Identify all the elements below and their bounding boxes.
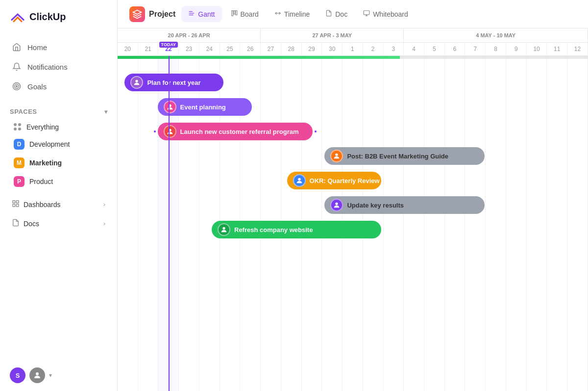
home-icon	[12, 42, 22, 52]
development-label: Development	[29, 140, 70, 148]
marketing-label: Marketing	[29, 159, 62, 167]
svg-point-24	[222, 227, 225, 230]
bar-label-3: Post: B2B Event Marketing Guide	[347, 153, 448, 160]
gantt-bar-1[interactable]: Event planning	[158, 98, 252, 116]
week-1-label: 20 APR - 26 APR	[168, 32, 210, 38]
sidebar-item-home[interactable]: Home	[6, 37, 111, 57]
product-label: Product	[29, 178, 53, 185]
date-header: 20 APR - 26 APR 27 APR - 3 MAY 4 MAY - 1…	[118, 28, 588, 56]
day-cell-21: 21	[138, 43, 159, 55]
development-badge-letter: D	[17, 141, 22, 148]
day-cell-9: 9	[506, 43, 527, 55]
everything-label: Everything	[26, 123, 59, 131]
main-content: Project Gantt Board Timeline Doc	[118, 0, 588, 391]
sidebar-item-notifications-label: Notifications	[27, 63, 68, 71]
sidebar-item-home-label: Home	[27, 43, 47, 52]
user-avatar-s[interactable]: S	[10, 367, 25, 383]
bar-label-5: Update key results	[347, 202, 404, 209]
bar-avatar-6	[218, 223, 230, 236]
sidebar-item-everything[interactable]: Everything	[4, 119, 113, 135]
tab-whiteboard[interactable]: Whiteboard	[356, 6, 415, 22]
week-2-label: 27 APR - 3 MAY	[313, 32, 352, 38]
gantt-bar-5[interactable]: Update key results	[324, 196, 484, 214]
user-avatar-2[interactable]	[29, 367, 45, 383]
gantt-chart: 20 APR - 26 APR 27 APR - 3 MAY 4 MAY - 1…	[118, 28, 588, 391]
product-badge-letter: P	[17, 178, 21, 185]
day-cell-5: 5	[424, 43, 445, 55]
bar-label-2: Launch new customer referral program	[180, 128, 299, 135]
day-cell-20: 20	[118, 43, 138, 55]
day-cell-2: 2	[363, 43, 384, 55]
board-icon	[231, 10, 238, 18]
gantt-bar-0[interactable]: Plan for next year	[124, 74, 223, 91]
dashboards-icon	[12, 200, 20, 209]
tab-doc[interactable]: Doc	[318, 6, 354, 22]
day-cell-27: 27	[261, 43, 281, 55]
svg-rect-6	[16, 204, 19, 207]
project-header: Project	[129, 6, 175, 22]
bell-icon	[12, 62, 22, 72]
gantt-bar-3[interactable]: Post: B2B Event Marketing Guide	[324, 147, 484, 165]
sidebar-item-goals[interactable]: Goals	[6, 77, 111, 96]
sidebar-item-dashboards[interactable]: Dashboards ›	[6, 195, 111, 214]
day-cell-3: 3	[384, 43, 404, 55]
svg-rect-3	[13, 201, 15, 203]
spaces-header: Spaces ▾	[0, 100, 117, 119]
sidebar-item-goals-label: Goals	[27, 82, 47, 91]
tab-gantt[interactable]: Gantt	[181, 6, 221, 22]
svg-rect-11	[231, 11, 233, 16]
day-cell-7: 7	[465, 43, 486, 55]
docs-icon	[12, 219, 20, 228]
week-row: 20 APR - 26 APR 27 APR - 3 MAY 4 MAY - 1…	[118, 28, 588, 43]
doc-icon	[325, 10, 332, 18]
project-icon	[129, 6, 145, 22]
day-cell-23: 23	[179, 43, 199, 55]
bar-avatar-3	[330, 150, 343, 162]
bar-label-4: OKR: Quarterly Review	[310, 177, 380, 184]
tab-whiteboard-label: Whiteboard	[373, 10, 408, 18]
gantt-bar-2[interactable]: Launch new customer referral program	[158, 123, 313, 140]
svg-point-2	[16, 86, 18, 87]
tab-board[interactable]: Board	[224, 6, 266, 22]
tab-gantt-label: Gantt	[198, 10, 215, 18]
day-cell-4: 4	[404, 43, 424, 55]
day-cell-8: 8	[486, 43, 506, 55]
gantt-bar-6[interactable]: Refresh company website	[212, 221, 381, 238]
svg-rect-12	[233, 11, 235, 14]
sidebar-bottom: S ▾	[0, 360, 117, 391]
day-cell-22: TODAY22	[158, 43, 179, 55]
day-row: 2021TODAY2223242526272829301234567891011…	[118, 43, 588, 55]
gantt-bar-4[interactable]: OKR: Quarterly Review	[287, 172, 381, 189]
tab-timeline[interactable]: Timeline	[268, 6, 317, 22]
bar-avatar-0	[130, 76, 143, 89]
product-badge: P	[14, 176, 24, 187]
today-badge: TODAY	[159, 42, 178, 48]
spaces-chevron-icon[interactable]: ▾	[104, 108, 108, 115]
day-cell-29: 29	[302, 43, 322, 55]
timeline-icon	[274, 10, 281, 18]
bar-dot-left	[153, 130, 157, 133]
bar-avatar-5	[330, 199, 343, 211]
sidebar-item-notifications[interactable]: Notifications	[6, 57, 111, 77]
marketing-badge-letter: M	[17, 159, 22, 166]
gantt-bars-container: Plan for next yearEvent planningLaunch n…	[118, 59, 588, 391]
docs-chevron-icon: ›	[103, 220, 105, 227]
bar-avatar-2	[164, 125, 176, 138]
bar-avatar-1	[164, 101, 176, 113]
svg-rect-15	[364, 11, 369, 15]
gantt-body: Plan for next yearEvent planningLaunch n…	[118, 56, 588, 391]
sidebar-item-development[interactable]: D Development	[4, 135, 113, 154]
sidebar-item-docs[interactable]: Docs ›	[6, 214, 111, 233]
svg-point-22	[298, 178, 300, 181]
day-cell-1: 1	[343, 43, 363, 55]
bar-label-6: Refresh company website	[234, 226, 313, 234]
dashboards-label: Dashboards	[24, 201, 61, 209]
sidebar-sections: Dashboards › Docs ›	[0, 195, 117, 233]
week-1: 20 APR - 26 APR	[118, 28, 261, 42]
day-cell-25: 25	[220, 43, 241, 55]
sidebar-item-marketing[interactable]: M Marketing	[4, 154, 113, 172]
sidebar-item-product[interactable]: P Product	[4, 172, 113, 191]
day-cell-26: 26	[240, 43, 261, 55]
tab-doc-label: Doc	[335, 10, 347, 18]
week-3: 4 MAY - 10 MAY	[404, 28, 588, 42]
